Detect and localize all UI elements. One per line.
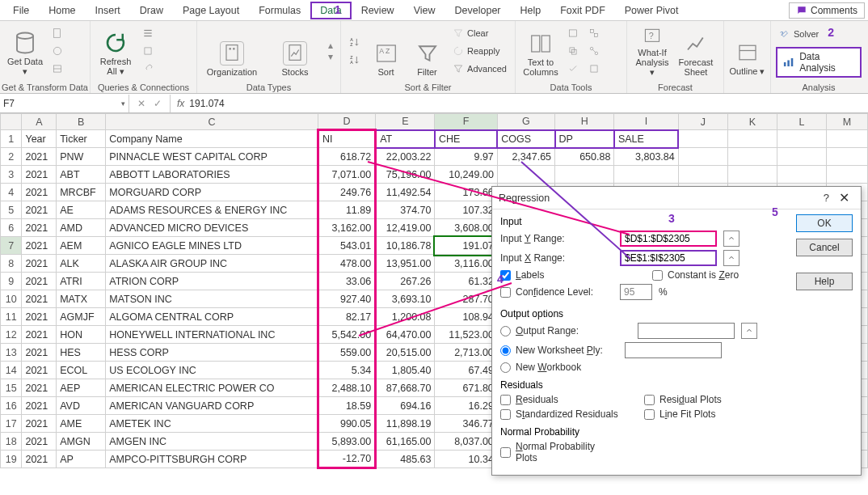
- cell-L2[interactable]: [777, 148, 826, 166]
- cell-C8[interactable]: ALASKA AIR GROUP INC: [106, 255, 318, 273]
- cell-E15[interactable]: 87,668.70: [376, 379, 435, 397]
- cell-E1[interactable]: AT: [376, 130, 435, 148]
- cancel-formula-icon[interactable]: ✕: [137, 98, 145, 109]
- dialog-help-icon[interactable]: ?: [819, 192, 834, 204]
- col-header-C[interactable]: C: [106, 114, 318, 130]
- output-range-picker-button[interactable]: [741, 323, 757, 339]
- from-text-csv-button[interactable]: [48, 25, 66, 41]
- tab-help[interactable]: Help: [511, 2, 551, 19]
- cell-D13[interactable]: 559.00: [318, 344, 375, 362]
- cell-M2[interactable]: [827, 148, 868, 166]
- scroll-up-icon[interactable]: ▴: [328, 40, 333, 51]
- row-header-18[interactable]: 18: [1, 433, 22, 451]
- tab-review[interactable]: Review: [352, 2, 404, 19]
- cell-B12[interactable]: HON: [57, 326, 106, 344]
- text-to-columns-button[interactable]: Text toColumns: [520, 25, 561, 77]
- labels-checkbox[interactable]: Labels: [500, 269, 613, 281]
- cell-A6[interactable]: 2021: [22, 219, 57, 237]
- refresh-all-button[interactable]: Refresh All ▾: [95, 25, 136, 77]
- help-button[interactable]: Help: [796, 273, 853, 290]
- cell-A13[interactable]: 2021: [22, 344, 57, 362]
- col-header-H[interactable]: H: [555, 114, 614, 130]
- from-table-button[interactable]: [48, 61, 66, 77]
- cell-A12[interactable]: 2021: [22, 326, 57, 344]
- cell-B3[interactable]: ABT: [57, 166, 106, 184]
- cell-B16[interactable]: AVD: [57, 397, 106, 415]
- queries-button[interactable]: [139, 25, 157, 41]
- cell-G3[interactable]: [497, 166, 554, 184]
- cell-A14[interactable]: 2021: [22, 362, 57, 379]
- residuals-checkbox[interactable]: Residuals: [500, 394, 638, 405]
- row-header-15[interactable]: 15: [1, 379, 22, 397]
- cell-A17[interactable]: 2021: [22, 415, 57, 433]
- col-header-G[interactable]: G: [497, 114, 554, 130]
- cell-A5[interactable]: 2021: [22, 201, 57, 219]
- row-header-8[interactable]: 8: [1, 255, 22, 273]
- tab-foxit-pdf[interactable]: Foxit PDF: [550, 2, 615, 19]
- cell-F16[interactable]: 16.29: [435, 397, 497, 415]
- cell-A15[interactable]: 2021: [22, 379, 57, 397]
- cell-A3[interactable]: 2021: [22, 166, 57, 184]
- cell-D18[interactable]: 5,893.00: [318, 433, 375, 451]
- cell-I2[interactable]: 3,803.84: [614, 148, 678, 166]
- cell-D11[interactable]: 82.17: [318, 308, 375, 326]
- normal-prob-checkbox[interactable]: Normal Probability Plots: [500, 441, 613, 463]
- cell-D17[interactable]: 990.05: [318, 415, 375, 433]
- sort-desc-button[interactable]: ZA: [346, 52, 364, 68]
- cell-I3[interactable]: [614, 166, 678, 184]
- close-icon[interactable]: ✕: [834, 190, 854, 205]
- cell-F17[interactable]: 346.77: [435, 415, 497, 433]
- col-header-A[interactable]: A: [22, 114, 57, 130]
- cell-F18[interactable]: 8,037.00: [435, 433, 497, 451]
- cell-B10[interactable]: MATX: [57, 290, 106, 308]
- cell-F11[interactable]: 108.94: [435, 308, 497, 326]
- cell-C3[interactable]: ABBOTT LABORATORIES: [106, 166, 318, 184]
- cell-F19[interactable]: 10.34: [435, 451, 497, 468]
- cell-B18[interactable]: AMGN: [57, 433, 106, 451]
- cell-G2[interactable]: 2,347.65: [497, 148, 554, 166]
- tab-formulas[interactable]: Formulas: [249, 2, 310, 19]
- clear-filter-button[interactable]: Clear: [449, 25, 510, 41]
- row-header-4[interactable]: 4: [1, 184, 22, 201]
- cell-E17[interactable]: 11,898.19: [376, 415, 435, 433]
- cell-D1[interactable]: NI: [318, 130, 375, 148]
- advanced-filter-button[interactable]: Advanced: [449, 61, 510, 77]
- cell-K2[interactable]: [727, 148, 777, 166]
- data-analysis-button[interactable]: Data Analysis: [776, 47, 862, 78]
- cell-B11[interactable]: AGMJF: [57, 308, 106, 326]
- x-range-picker-button[interactable]: [723, 250, 739, 266]
- tab-page-layout[interactable]: Page Layout: [173, 2, 249, 19]
- cell-B7[interactable]: AEM: [57, 237, 106, 255]
- tab-home[interactable]: Home: [39, 2, 85, 19]
- row-header-19[interactable]: 19: [1, 451, 22, 468]
- forecast-sheet-button[interactable]: ForecastSheet: [676, 25, 716, 77]
- cell-E8[interactable]: 13,951.00: [376, 255, 435, 273]
- cell-A19[interactable]: 2021: [22, 451, 57, 468]
- cell-B4[interactable]: MRCBF: [57, 184, 106, 201]
- cell-B9[interactable]: ATRI: [57, 273, 106, 290]
- cell-D9[interactable]: 33.06: [318, 273, 375, 290]
- data-model-button[interactable]: [585, 61, 603, 77]
- col-header-B[interactable]: B: [57, 114, 106, 130]
- enter-formula-icon[interactable]: ✓: [154, 98, 162, 109]
- cell-F13[interactable]: 2,713.00: [435, 344, 497, 362]
- cell-D3[interactable]: 7,071.00: [318, 166, 375, 184]
- cell-M3[interactable]: [827, 166, 868, 184]
- flash-fill-button[interactable]: [564, 25, 582, 41]
- cell-C17[interactable]: AMETEK INC: [106, 415, 318, 433]
- cell-J2[interactable]: [678, 148, 727, 166]
- cell-A1[interactable]: Year: [22, 130, 57, 148]
- cell-C19[interactable]: AMPCO-PITTSBURGH CORP: [106, 451, 318, 468]
- comments-button[interactable]: Comments: [789, 2, 865, 19]
- sort-asc-button[interactable]: AZ: [346, 34, 364, 50]
- cell-E5[interactable]: 374.70: [376, 201, 435, 219]
- cell-L3[interactable]: [777, 166, 826, 184]
- select-all-corner[interactable]: [1, 114, 22, 130]
- y-range-picker-button[interactable]: [723, 231, 739, 247]
- organization-button[interactable]: Organization: [202, 25, 262, 77]
- cell-B6[interactable]: AMD: [57, 219, 106, 237]
- col-header-L[interactable]: L: [777, 114, 826, 130]
- scroll-down-icon[interactable]: ▾: [328, 51, 333, 62]
- cell-E9[interactable]: 267.26: [376, 273, 435, 290]
- cell-C1[interactable]: Company Name: [106, 130, 318, 148]
